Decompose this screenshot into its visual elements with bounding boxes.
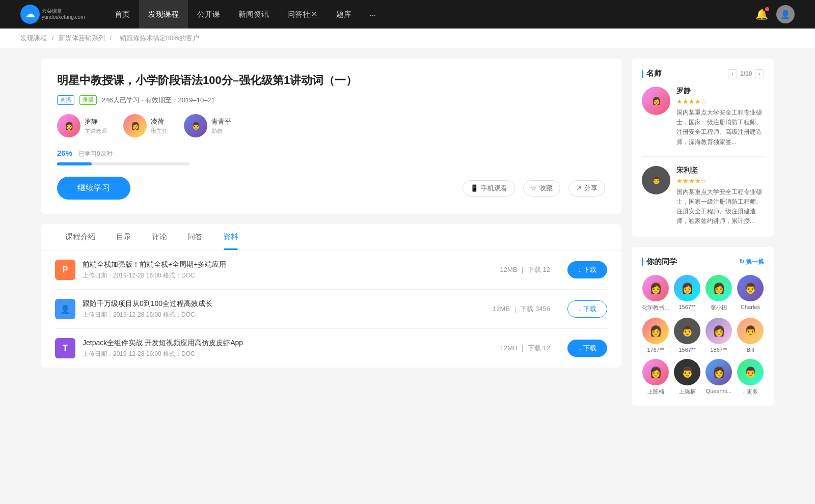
nav-item-quiz[interactable]: 题库	[327, 0, 361, 29]
nav-item-courses[interactable]: 发现课程	[139, 0, 188, 29]
breadcrumb-link-1[interactable]: 发现课程	[20, 34, 47, 42]
tabs-header: 课程介绍 目录 评论 问答 资料	[41, 224, 621, 250]
nav-item-more[interactable]: ···	[361, 0, 386, 29]
mobile-icon: 📱	[470, 184, 478, 192]
breadcrumb: 发现课程 / 新媒体营销系列 / 销冠修炼术搞定80%的客户	[0, 29, 815, 48]
nav-item-open[interactable]: 公开课	[188, 0, 229, 29]
classmate-name-7: 1867**	[710, 347, 727, 353]
resource-meta-2: 上传日期：2019-12-28 16:00 格式：DOC	[83, 311, 485, 319]
teacher-panel-desc-2: 国内某重点大学安全工程专业硕士，国家一级注册消防工程师、注册安全工程师、级注册建…	[676, 187, 764, 227]
classmate-7[interactable]: 👩 1867**	[705, 318, 732, 353]
teacher-2: 👩 凌荷 班主任	[123, 114, 168, 137]
teachers-page: 1/10	[740, 70, 752, 77]
teacher-panel-item-1: 👩 罗静 ★★★★☆ 国内某重点大学安全工程专业硕士，国家一级注册消防工程师、注…	[642, 87, 764, 147]
course-meta: 直播 录播 246人已学习 · 有效期至：2019–10–21	[57, 95, 605, 105]
classmate-name-5: 1767**	[647, 347, 664, 353]
teacher-3: 👨 青青平 助教	[184, 114, 231, 137]
teachers-list: 👩 罗静 主讲老师 👩 凌荷 班主任 👨 青青平	[57, 114, 605, 137]
classmate-2[interactable]: 👩 1567**	[673, 275, 701, 312]
refresh-classmates-btn[interactable]: ↻ 换一换	[739, 258, 764, 266]
classmate-avatar-9: 👩	[642, 359, 669, 385]
mobile-watch-button[interactable]: 📱 手机观看	[463, 180, 515, 197]
left-panel: 明星中教授课，小学阶段语法100分–强化级第1讲动词（一） 直播 录播 246人…	[41, 59, 621, 416]
download-btn-1[interactable]: ↓ 下载	[567, 261, 607, 278]
progress-section: 26% 已学习0课时	[57, 149, 605, 165]
classmate-avatar-6: 👨	[674, 318, 700, 344]
teachers-panel-nav: ‹ 1/10 ›	[728, 69, 764, 78]
classmate-avatar-5: 👩	[642, 318, 669, 344]
refresh-icon: ↻	[739, 258, 744, 265]
tab-catalog[interactable]: 目录	[106, 224, 142, 250]
collect-button[interactable]: ☆ 收藏	[523, 180, 560, 197]
classmate-avatar-4: 👨	[737, 275, 764, 301]
classmate-name-12: ↓ 更多	[743, 388, 758, 396]
nav-item-home[interactable]: 首页	[105, 0, 139, 29]
resource-item-3: T Jetpack全组件实战 开发短视频应用高仿皮皮虾App 上传日期：2019…	[55, 329, 607, 368]
tab-resource[interactable]: 资料	[213, 224, 249, 250]
course-meta-text: 246人已学习 · 有效期至：2019–10–21	[102, 96, 215, 105]
classmate-10[interactable]: 👨 上陈楠	[673, 359, 701, 396]
nav-item-news[interactable]: 新闻资讯	[229, 0, 278, 29]
classmate-3[interactable]: 👩 张小田	[705, 275, 732, 312]
teachers-next-btn[interactable]: ›	[755, 69, 764, 78]
bell-icon[interactable]: 🔔	[755, 8, 768, 20]
right-panel: 名师 ‹ 1/10 › 👩 罗静 ★★★★☆ 国内某重点大学安全工程专业硕士，国…	[632, 59, 774, 416]
teacher-panel-avatar-2: 👨	[642, 166, 670, 194]
download-btn-3[interactable]: ↓ 下载	[567, 340, 607, 357]
resource-item-2: 👤 跟随千万级项目从0到100全过程高效成长 上传日期：2019-12-28 1…	[55, 290, 607, 329]
resource-stats-2: 12MB ｜ 下载 3456	[493, 304, 550, 314]
share-button[interactable]: ↗ 分享	[568, 180, 605, 197]
resource-meta-1: 上传日期：2019-12-28 16:00 格式：DOC	[83, 271, 493, 280]
teacher-2-avatar: 👩	[123, 114, 147, 137]
classmate-name-9: 上陈楠	[647, 388, 664, 396]
teachers-panel-title: 名师 ‹ 1/10 ›	[642, 69, 764, 78]
teachers-prev-btn[interactable]: ‹	[728, 69, 737, 78]
progress-bar-fill	[57, 162, 92, 165]
breadcrumb-current: 销冠修炼术搞定80%的客户	[120, 34, 199, 42]
classmate-12[interactable]: 👨 ↓ 更多	[737, 359, 764, 396]
teacher-panel-item-2: 👨 宋利坚 ★★★★☆ 国内某重点大学安全工程专业硕士，国家一级注册消防工程师、…	[642, 166, 764, 227]
resource-info-2: 跟随千万级项目从0到100全过程高效成长 上传日期：2019-12-28 16:…	[83, 299, 485, 319]
tab-intro[interactable]: 课程介绍	[55, 224, 106, 250]
breadcrumb-link-2[interactable]: 新媒体营销系列	[59, 34, 105, 42]
resource-info-3: Jetpack全组件实战 开发短视频应用高仿皮皮虾App 上传日期：2019-1…	[83, 339, 493, 358]
progress-label: 26%	[57, 149, 72, 157]
progress-bar-bg	[57, 162, 189, 165]
teacher-panel-avatar-1: 👩	[642, 87, 670, 115]
classmate-avatar-7: 👩	[705, 318, 732, 344]
classmate-1[interactable]: 👩 化学教书...	[642, 275, 669, 312]
resource-stats-3: 12MB ｜ 下载 12	[500, 344, 550, 353]
teacher-3-avatar: 👨	[184, 114, 207, 137]
classmate-8[interactable]: 👨 Bill	[737, 318, 764, 353]
teacher-1-name: 罗静	[85, 117, 107, 126]
resource-info-1: 前端全栈加强版！前端全栈+全周期+多端应用 上传日期：2019-12-28 16…	[83, 260, 493, 280]
classmate-avatar-3: 👩	[705, 275, 732, 301]
user-avatar[interactable]: 👤	[776, 5, 795, 23]
nav-item-qa[interactable]: 问答社区	[278, 0, 327, 29]
classmate-name-8: Bill	[747, 347, 754, 353]
classmate-9[interactable]: 👩 上陈楠	[642, 359, 669, 396]
classmate-name-6: 1567**	[678, 347, 695, 353]
teacher-panel-info-2: 宋利坚 ★★★★☆ 国内某重点大学安全工程专业硕士，国家一级注册消防工程师、注册…	[676, 166, 764, 227]
download-btn-2[interactable]: ↓ 下载	[567, 300, 607, 318]
tabs-card: 课程介绍 目录 评论 问答 资料 P 前端全栈加强版！前端全栈+全周期+多端应用…	[41, 224, 621, 368]
classmate-name-11: Queenni...	[706, 388, 732, 394]
classmate-avatar-2: 👩	[674, 275, 700, 301]
teacher-panel-info-1: 罗静 ★★★★☆ 国内某重点大学安全工程专业硕士，国家一级注册消防工程师、注册安…	[676, 87, 764, 147]
tab-review[interactable]: 评论	[142, 224, 177, 250]
resource-title-2: 跟随千万级项目从0到100全过程高效成长	[83, 299, 485, 309]
logo[interactable]: ☁ 云朵课堂 yundouketang.com	[20, 5, 85, 24]
classmate-5[interactable]: 👩 1767**	[642, 318, 669, 353]
teacher-3-name: 青青平	[211, 117, 231, 126]
tab-qa[interactable]: 问答	[177, 224, 213, 250]
resource-item-1: P 前端全栈加强版！前端全栈+全周期+多端应用 上传日期：2019-12-28 …	[55, 250, 607, 290]
resource-meta-3: 上传日期：2019-12-28 16:00 格式：DOC	[83, 350, 493, 358]
progress-sub: 已学习0课时	[78, 150, 113, 157]
classmate-4[interactable]: 👨 Charles	[737, 275, 764, 312]
classmate-name-2: 1567**	[678, 304, 695, 310]
classmate-6[interactable]: 👨 1567**	[673, 318, 701, 353]
share-icon: ↗	[576, 184, 582, 192]
continue-button[interactable]: 继续学习	[57, 177, 130, 200]
resource-icon-1: P	[55, 260, 75, 280]
classmate-11[interactable]: 👩 Queenni...	[705, 359, 732, 396]
